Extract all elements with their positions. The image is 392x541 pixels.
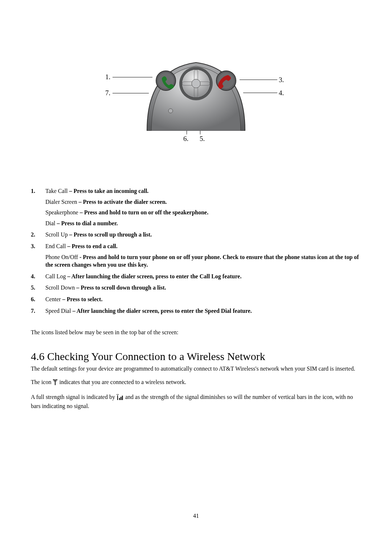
feature-number: 5. [31,284,45,292]
feature-item: 1.Take Call – Press to take an incoming … [31,187,361,227]
svg-point-4 [192,79,200,88]
feature-body: Call Log – After launching the dialer sc… [45,272,241,280]
connection-p3-pre: A full strength signal is indicated by [31,394,117,400]
feature-body: Take Call – Press to take an incoming ca… [45,187,208,227]
signal-full-bars-icon [117,394,124,402]
feature-body: End Call – Press to end a call.Phone On/… [45,242,361,269]
feature-line-desc: Press and hold to turn your phone on or … [45,254,359,268]
feature-line-desc: Press to activate the dialer screen. [83,199,167,205]
feature-line-label: Scroll Up [45,231,68,238]
callout-1-label: 1. [105,73,110,81]
feature-line: Take Call – Press to take an incoming ca… [45,187,208,195]
callout-3-label: 3. [279,76,284,84]
connection-p2: The icon indicates that you are connecte… [31,378,361,387]
feature-item: 6.Center – Press to select. [31,295,361,303]
feature-line: Dialer Screen – Press to activate the di… [45,198,208,206]
feature-number: 3. [31,242,45,269]
feature-line: Phone On/Off - Press and hold to turn yo… [45,253,361,269]
feature-line: Scroll Up – Press to scroll up through a… [45,231,152,239]
feature-body: Speed Dial – After launching the dialer … [45,307,252,315]
feature-line-desc: Press to dial a number. [61,220,118,226]
signal-antenna-icon [53,379,58,387]
callout-5: 5. [200,135,205,142]
icons-intro-text: The icons listed below may be seen in th… [31,328,361,336]
feature-line-desc: Press to take an incoming call. [74,188,149,194]
feature-line-desc: Press and hold to turn on or off the spe… [84,209,209,215]
feature-number: 1. [31,187,45,227]
callout-3: 3. [279,76,284,83]
feature-line: Speed Dial – After launching the dialer … [45,307,252,315]
connection-p2-post: indicates that you are connected to a wi… [59,379,186,385]
feature-line-sep: – [77,199,83,205]
feature-line-sep: - [78,254,83,260]
callout-5-label: 5. [200,135,205,142]
section-heading: 4.6 Checking Your Connection to a Wirele… [31,350,361,363]
feature-line-desc: Press to select. [67,296,103,302]
callout-4-label: 4. [279,89,284,97]
feature-line-label: Scroll Down [45,284,75,291]
feature-item: 7.Speed Dial – After launching the diale… [31,307,361,315]
feature-line: Dial – Press to dial a number. [45,219,208,227]
feature-number: 6. [31,295,45,303]
feature-item: 4.Call Log – After launching the dialer … [31,272,361,280]
feature-line-sep: – [66,273,71,279]
callout-4: 4. [279,89,284,96]
callout-7-label: 7. [105,89,110,97]
feature-line-desc: After launching the dialer screen, press… [72,273,242,279]
feature-line-sep: – [75,284,81,291]
feature-line-desc: Press to end a call. [72,243,117,249]
feature-line-desc: Press to scroll down through a list. [81,284,166,291]
feature-line-desc: After launching the dialer screen, press… [77,308,252,314]
svg-rect-11 [121,397,122,400]
feature-line-sep: – [78,209,84,215]
feature-line: Call Log – After launching the dialer sc… [45,272,241,280]
feature-number: 7. [31,307,45,315]
connection-p2-pre: The icon [31,379,53,385]
connection-p1: The default settings for your device are… [31,365,361,373]
feature-body: Scroll Down – Press to scroll down throu… [45,284,166,292]
feature-line-sep: – [71,308,77,314]
feature-line-label: Speed Dial [45,308,71,314]
feature-line-label: Dialer Screen [45,199,77,205]
feature-line-label: Take Call [45,188,68,194]
feature-line-desc: Press to scroll up through a list. [74,231,152,238]
feature-line-label: Phone On/Off [45,254,78,260]
feature-line-label: Center [45,296,61,302]
feature-line-sep: – [68,188,74,194]
page-number: 41 [0,513,392,519]
device-image [143,58,249,131]
feature-item: 3.End Call – Press to end a call.Phone O… [31,242,361,269]
feature-line-sep: – [66,243,72,249]
feature-line-sep: – [68,231,74,238]
feature-number: 2. [31,231,45,239]
feature-line: Center – Press to select. [45,295,102,303]
device-diagram: 1. 7. 3. 4. 6. 5. [105,58,287,153]
feature-line: Scroll Down – Press to scroll down throu… [45,284,166,292]
callout-6-label: 6. [183,135,188,142]
feature-number: 4. [31,272,45,280]
feature-line-label: Call Log [45,273,66,279]
feature-list: 1.Take Call – Press to take an incoming … [31,187,361,315]
feature-body: Center – Press to select. [45,295,102,303]
callout-7: 7. [105,89,110,96]
callout-6: 6. [183,135,188,142]
callout-1: 1. [105,73,110,80]
feature-body: Scroll Up – Press to scroll up through a… [45,231,152,239]
feature-line-sep: – [61,296,67,302]
feature-line-sep: – [56,220,61,226]
svg-rect-10 [119,398,120,400]
connection-p3: A full strength signal is indicated by a… [31,393,361,410]
feature-line-label: End Call [45,243,66,249]
feature-item: 2.Scroll Up – Press to scroll up through… [31,231,361,239]
svg-point-9 [168,109,173,113]
feature-line: End Call – Press to end a call. [45,242,361,250]
feature-line-label: Dial [45,220,56,226]
feature-line: Speakerphone – Press and hold to turn on… [45,209,208,217]
feature-line-label: Speakerphone [45,209,78,215]
svg-rect-12 [122,396,123,400]
feature-item: 5.Scroll Down – Press to scroll down thr… [31,284,361,292]
